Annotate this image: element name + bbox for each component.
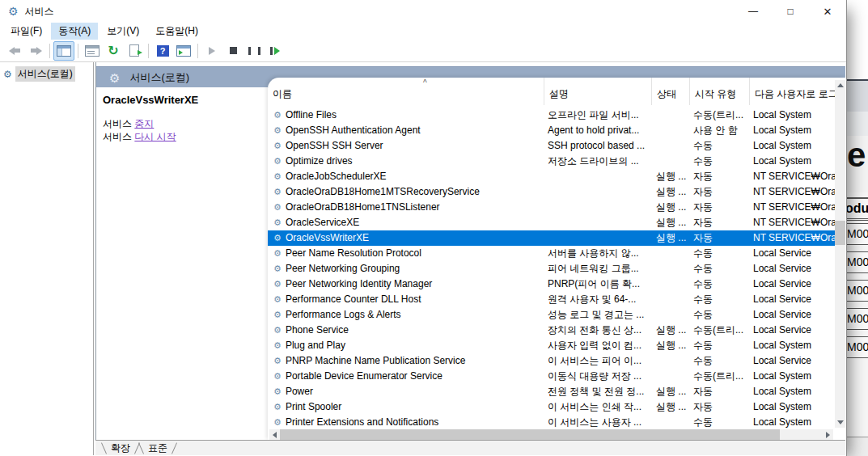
service-name: Peer Name Resolution Protocol: [286, 246, 421, 261]
stop-button[interactable]: [222, 41, 243, 61]
vertical-scrollbar[interactable]: [835, 80, 845, 428]
service-logon-as: Local Service: [750, 277, 835, 292]
selected-service-name: OracleVssWriterXE: [103, 94, 268, 106]
service-status: 실행 ...: [652, 384, 690, 399]
service-name: Offline Files: [286, 108, 337, 123]
column-header-name[interactable]: 이름: [268, 78, 544, 105]
table-row[interactable]: ⚙Peer Networking Identity ManagerPNRP(피어…: [268, 277, 835, 292]
table-row[interactable]: ⚙Peer Name Resolution Protocol서버를 사용하지 않…: [268, 246, 835, 261]
service-name-cell: ⚙Phone Service: [268, 323, 544, 338]
service-name-cell: ⚙Power: [268, 384, 544, 399]
table-row[interactable]: ⚙Printer Extensions and Notifications이 서…: [268, 415, 835, 430]
restart-service-link[interactable]: 다시 시작: [134, 131, 176, 142]
table-row[interactable]: ⚙Offline Files오프라인 파일 서비...수동(트리...Local…: [268, 108, 835, 123]
table-row[interactable]: ⚙Peer Networking Grouping피어 네트워킹 그룹...수동…: [268, 261, 835, 277]
pause-button[interactable]: [243, 41, 265, 61]
menu-item-2[interactable]: 보기(V): [100, 23, 146, 40]
background-table-cell: M000: [845, 308, 868, 330]
service-description: 원격 사용자 및 64-...: [544, 292, 652, 307]
service-logon-as: Local Service: [750, 246, 835, 261]
service-name-cell: ⚙Peer Networking Identity Manager: [268, 277, 544, 292]
table-row[interactable]: ⚙Optimize drives저장소 드라이브의 ...수동Local Sys…: [268, 154, 835, 169]
table-row[interactable]: ⚙OpenSSH SSH ServerSSH protocol based ..…: [268, 138, 835, 154]
table-row[interactable]: ⚙Portable Device Enumerator Service이동식 대…: [268, 369, 835, 384]
action-prefix: 서비스: [103, 131, 132, 142]
horizontal-scrollbar-thumb[interactable]: [280, 429, 780, 440]
table-row[interactable]: ⚙OpenSSH Authentication AgentAgent to ho…: [268, 123, 835, 138]
service-status: [652, 123, 690, 138]
scroll-left-button[interactable]: [269, 429, 280, 440]
table-row[interactable]: ⚙Phone Service장치의 전화 통신 상...실행 ...수동(트리.…: [268, 323, 835, 338]
restart-button[interactable]: [265, 41, 286, 61]
column-header-logon-as[interactable]: 다음 사용자로 로그: [750, 78, 835, 105]
menu-item-1[interactable]: 동작(A): [51, 23, 98, 40]
start-button[interactable]: [201, 41, 222, 61]
close-button[interactable]: ✕: [809, 0, 846, 23]
table-row[interactable]: ⚙OracleOraDB18Home1TNSListener실행 ...자동NT…: [268, 200, 835, 215]
table-row[interactable]: ⚙Performance Logs & Alerts성능 로그 및 경고는 ..…: [268, 307, 835, 323]
service-name-cell: ⚙OpenSSH Authentication Agent: [268, 123, 544, 138]
gear-icon: ⚙: [273, 295, 282, 304]
table-row[interactable]: ⚙PNRP Machine Name Publication Service이 …: [268, 353, 835, 369]
service-logon-as: Local System: [750, 415, 835, 430]
stop-service-link[interactable]: 중지: [134, 118, 154, 129]
table-row[interactable]: ⚙Power전원 정책 및 전원 정...실행 ...자동Local Syste…: [268, 384, 835, 399]
service-name: Peer Networking Grouping: [286, 261, 400, 277]
table-row[interactable]: ⚙OracleServiceXE실행 ...자동NT SERVICE₩Orac: [268, 215, 835, 230]
column-header-status[interactable]: 상태: [652, 78, 690, 105]
scroll-down-button[interactable]: [835, 417, 845, 428]
refresh-button[interactable]: ↻: [103, 41, 124, 61]
menu-item-3[interactable]: 도움말(H): [148, 23, 205, 40]
service-name: Performance Logs & Alerts: [286, 307, 401, 323]
service-description: 전원 정책 및 전원 정...: [544, 384, 652, 399]
table-row[interactable]: ⚙OracleJobSchedulerXE실행 ...자동NT SERVICE₩…: [268, 169, 835, 184]
column-header-startup-type[interactable]: 시작 유형: [690, 78, 750, 105]
export-list-button[interactable]: [124, 41, 145, 61]
back-icon: [9, 47, 21, 55]
service-status: [652, 261, 690, 277]
help-button[interactable]: ?: [152, 41, 173, 61]
forward-button[interactable]: [25, 41, 46, 61]
tree-item-services-local[interactable]: ⚙ 서비스(로컬): [0, 66, 93, 82]
scroll-right-button[interactable]: [823, 429, 833, 440]
service-startup-type: 수동: [690, 307, 750, 323]
table-row[interactable]: ⚙OracleOraDB18Home1MTSRecoveryService실행 …: [268, 184, 835, 200]
service-description: [544, 169, 652, 184]
tab-standard[interactable]: 표준: [143, 441, 172, 455]
tab-extended[interactable]: 확장: [106, 441, 135, 455]
service-status: 실행 ...: [652, 200, 690, 215]
table-row[interactable]: ⚙Performance Counter DLL Host원격 사용자 및 64…: [268, 292, 835, 307]
table-row[interactable]: ⚙Plug and Play사용자 입력 없이 컴...실행 ...수동Loca…: [268, 338, 835, 353]
action-pane-button[interactable]: [173, 41, 194, 61]
service-logon-as: Local Service: [750, 261, 835, 277]
gear-icon: ⚙: [273, 126, 282, 135]
console-tree-button[interactable]: [53, 41, 74, 61]
maximize-button[interactable]: □: [772, 0, 809, 23]
back-button[interactable]: [4, 41, 25, 61]
refresh-icon: ↻: [108, 44, 118, 57]
column-header-description[interactable]: 설명: [544, 78, 652, 105]
vertical-scrollbar-thumb[interactable]: [835, 221, 845, 245]
service-startup-type: 수동: [690, 277, 750, 292]
service-name-cell: ⚙Optimize drives: [268, 154, 544, 169]
stop-service-icon: [230, 47, 237, 54]
service-logon-as: Local System: [750, 384, 835, 399]
minimize-button[interactable]: —: [735, 0, 772, 23]
service-startup-type: 자동: [690, 169, 750, 184]
horizontal-scrollbar[interactable]: [269, 429, 833, 440]
table-row[interactable]: ⚙OracleVssWriterXE실행 ...자동NT SERVICE₩Ora…: [268, 230, 835, 246]
menu-bar: 파일(F)동작(A)보기(V)도움말(H): [0, 23, 846, 40]
services-gear-icon: ⚙: [8, 6, 19, 17]
properties-button[interactable]: [82, 41, 103, 61]
service-description: Agent to hold privat...: [544, 123, 652, 138]
menu-item-0[interactable]: 파일(F): [3, 23, 49, 40]
table-row[interactable]: ⚙Print Spooler이 서비스는 인쇄 작...실행 ...자동Loca…: [268, 399, 835, 415]
chevron-right-icon: [826, 432, 830, 438]
service-name: OpenSSH SSH Server: [286, 138, 383, 154]
gear-icon: ⚙: [273, 172, 282, 181]
service-name: OracleOraDB18Home1MTSRecoveryService: [286, 184, 480, 200]
scroll-up-button[interactable]: [835, 80, 845, 91]
service-name: Power: [286, 384, 313, 399]
service-name: PNRP Machine Name Publication Service: [286, 353, 466, 369]
service-name: OracleServiceXE: [286, 215, 359, 230]
